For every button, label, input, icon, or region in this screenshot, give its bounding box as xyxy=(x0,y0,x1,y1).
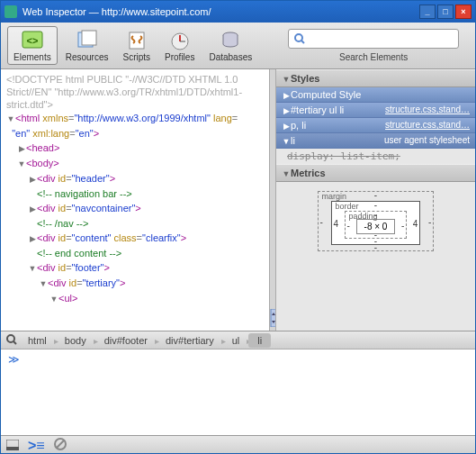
style-row[interactable]: #tertiary ul listructure.css,stand… xyxy=(276,103,475,118)
splitter[interactable] xyxy=(269,69,276,331)
metrics-section-header[interactable]: Metrics xyxy=(276,164,475,182)
minimize-button[interactable]: _ xyxy=(419,5,436,19)
box-model-diagram: margin - - - - border - - 4 4 padding - … xyxy=(276,182,475,260)
close-button[interactable]: × xyxy=(455,5,472,19)
box-padding[interactable]: padding - - - - -8 × 0 xyxy=(345,211,408,239)
dom-comment: <!-- navigation bar --> xyxy=(37,188,132,199)
toolbar: <> Elements Resources Scripts Profiles D… xyxy=(1,23,475,69)
dom-comment: <!-- end content --> xyxy=(37,248,121,259)
breadcrumb-item[interactable]: html xyxy=(19,333,56,348)
window-title: Web Inspector — http://www.sitepoint.com… xyxy=(22,6,418,17)
dom-comment: <!-- /nav --> xyxy=(37,218,88,229)
dom-tree-panel[interactable]: <!DOCTYPE html PUBLIC "-//W3C//DTD XHTML… xyxy=(1,69,269,331)
tab-scripts[interactable]: Scripts xyxy=(117,26,157,65)
breadcrumb-item[interactable]: div#tertiary xyxy=(157,333,223,348)
svg-point-14 xyxy=(7,335,14,342)
search-icon xyxy=(294,33,305,44)
tab-label: Scripts xyxy=(123,52,151,62)
inspect-icon[interactable] xyxy=(4,334,19,347)
svg-line-10 xyxy=(301,41,304,43)
dom-node-body[interactable]: <body> xyxy=(26,158,59,168)
app-icon xyxy=(4,5,17,18)
scripts-icon xyxy=(124,29,149,50)
tab-resources[interactable]: Resources xyxy=(59,26,115,65)
breadcrumb-bar: html body div#footer div#tertiary ul li xyxy=(1,331,475,349)
svg-rect-4 xyxy=(130,32,144,49)
disclosure-triangle[interactable] xyxy=(28,260,37,276)
svg-line-15 xyxy=(13,341,16,344)
breadcrumb-item[interactable]: body xyxy=(56,333,95,348)
search-area: Search Elements xyxy=(277,29,470,62)
styles-panel: Styles Computed Style #tertiary ul listr… xyxy=(276,69,475,331)
tab-profiles[interactable]: Profiles xyxy=(158,26,201,65)
maximize-button[interactable]: □ xyxy=(437,5,454,19)
console-panel[interactable]: ≫ xyxy=(1,349,475,435)
svg-text:<>: <> xyxy=(26,35,38,46)
profiles-icon xyxy=(167,29,193,50)
disclosure-triangle[interactable] xyxy=(39,276,48,291)
breadcrumb-item-active[interactable]: li xyxy=(248,333,271,348)
resources-icon xyxy=(75,29,100,50)
doctype-text: <!DOCTYPE html PUBLIC "-//W3C//DTD XHTML… xyxy=(6,73,267,111)
tab-databases[interactable]: Databases xyxy=(202,26,258,65)
elements-icon: <> xyxy=(20,29,45,50)
breadcrumb-item[interactable]: div#footer xyxy=(95,333,157,348)
search-box[interactable] xyxy=(288,29,459,49)
style-rule-overridden[interactable]: display: list-item; xyxy=(276,149,475,164)
disclosure-triangle[interactable] xyxy=(49,291,58,306)
disclosure-triangle[interactable] xyxy=(282,168,291,178)
dock-icon[interactable] xyxy=(6,438,19,454)
dom-node-ul[interactable]: <ul> xyxy=(58,293,77,304)
disclosure-triangle[interactable] xyxy=(28,231,37,246)
console-prompt: ≫ xyxy=(8,353,20,366)
bottom-bar: >≡ xyxy=(1,435,475,454)
svg-line-19 xyxy=(57,440,64,448)
svg-rect-3 xyxy=(82,31,96,45)
window-titlebar: Web Inspector — http://www.sitepoint.com… xyxy=(1,1,475,23)
clear-icon[interactable] xyxy=(54,438,67,454)
tab-label: Elements xyxy=(13,52,51,62)
databases-icon xyxy=(218,29,243,50)
style-row-computed[interactable]: Computed Style xyxy=(276,87,475,103)
splitter-handle-icon xyxy=(270,309,275,327)
disclosure-triangle[interactable] xyxy=(17,141,26,156)
breadcrumb-item[interactable]: ul xyxy=(223,333,249,348)
style-row-selected[interactable]: liuser agent stylesheet xyxy=(276,133,475,149)
svg-rect-11 xyxy=(271,309,275,327)
tab-elements[interactable]: <> Elements xyxy=(7,26,58,65)
styles-section-header[interactable]: Styles xyxy=(276,69,475,87)
disclosure-triangle[interactable] xyxy=(282,73,291,84)
disclosure-triangle[interactable] xyxy=(6,111,15,126)
disclosure-triangle[interactable] xyxy=(17,156,26,171)
tab-label: Databases xyxy=(209,52,252,62)
disclosure-triangle[interactable] xyxy=(28,201,37,216)
search-label: Search Elements xyxy=(339,52,408,62)
box-border[interactable]: border - - 4 4 padding - - - - -8 × 0 xyxy=(331,201,421,245)
tab-label: Resources xyxy=(66,52,109,62)
tab-label: Profiles xyxy=(165,52,194,62)
main-area: <!DOCTYPE html PUBLIC "-//W3C//DTD XHTML… xyxy=(1,69,475,331)
box-margin[interactable]: margin - - - - border - - 4 4 padding - … xyxy=(318,191,435,251)
disclosure-triangle[interactable] xyxy=(28,171,37,186)
svg-point-9 xyxy=(295,34,302,41)
show-console-icon[interactable]: >≡ xyxy=(28,438,45,454)
svg-rect-17 xyxy=(6,447,19,450)
style-row[interactable]: p, listructure.css,stand… xyxy=(276,118,475,133)
search-input[interactable] xyxy=(309,33,453,44)
dom-node-head[interactable]: <head> xyxy=(26,142,59,153)
